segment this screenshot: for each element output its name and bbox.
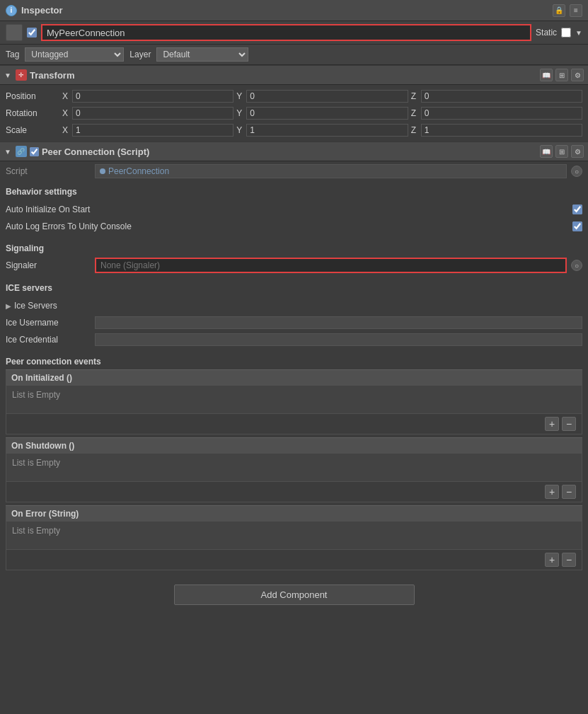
- scale-x-field: X: [62, 124, 234, 137]
- on-initialized-block: On Initialized () List is Empty + −: [6, 369, 582, 434]
- signaling-section: Signaling Signaler ○: [0, 238, 588, 279]
- on-shutdown-add-btn[interactable]: +: [545, 485, 559, 499]
- ice-username-label: Ice Username: [6, 318, 91, 328]
- on-shutdown-remove-btn[interactable]: −: [562, 485, 576, 499]
- transform-title: Transform: [30, 70, 537, 81]
- auto-init-label: Auto Initialize On Start: [6, 205, 572, 214]
- transform-gear-icon[interactable]: ⚙: [571, 69, 584, 81]
- position-row: Position X Y Z: [0, 88, 588, 105]
- on-error-body: List is Empty: [6, 522, 582, 550]
- pos-y-label: Y: [236, 91, 245, 101]
- static-dropdown-arrow[interactable]: ▼: [575, 29, 582, 37]
- object-active-checkbox[interactable]: [27, 28, 37, 38]
- auto-init-checkbox[interactable]: [572, 205, 582, 214]
- auto-init-row: Auto Initialize On Start: [6, 201, 582, 218]
- on-error-add-btn[interactable]: +: [545, 553, 559, 567]
- rot-x-label: X: [62, 108, 71, 118]
- inspector-icon: i: [6, 5, 17, 16]
- scale-z-input[interactable]: [421, 124, 582, 137]
- on-shutdown-header: On Shutdown (): [6, 437, 582, 454]
- events-section: Peer connection events On Initialized ()…: [0, 352, 588, 570]
- transform-grid-icon[interactable]: ⊞: [555, 69, 568, 81]
- rotation-y-input[interactable]: [246, 107, 408, 120]
- auto-log-checkbox[interactable]: [572, 221, 582, 231]
- ice-servers-row: ▶ Ice Servers: [6, 297, 582, 314]
- rotation-y-field: Y: [236, 107, 408, 120]
- layer-label: Layer: [129, 50, 151, 59]
- ice-section: ICE servers ▶ Ice Servers Ice Username I…: [0, 279, 588, 352]
- peerconn-gear-icon[interactable]: ⚙: [571, 145, 584, 158]
- auto-log-label: Auto Log Errors To Unity Console: [6, 221, 572, 231]
- ice-servers-triangle[interactable]: ▶: [6, 302, 11, 310]
- ice-credential-label: Ice Credential: [6, 335, 91, 345]
- peerconn-grid-icon[interactable]: ⊞: [555, 145, 568, 158]
- script-select-btn[interactable]: ○: [571, 166, 582, 177]
- add-component-area: Add Component: [0, 573, 588, 616]
- transform-book-icon[interactable]: 📖: [540, 69, 553, 81]
- on-initialized-add-btn[interactable]: +: [545, 417, 559, 431]
- rotation-z-input[interactable]: [421, 107, 582, 120]
- peerconn-section-header[interactable]: ▼ 🔗 Peer Connection (Script) 📖 ⊞ ⚙: [0, 142, 588, 161]
- signaling-title: Signaling: [6, 243, 582, 253]
- object-icon: [6, 24, 23, 41]
- pos-x-label: X: [62, 91, 71, 101]
- tag-layer-row: Tag Untagged Layer Default: [0, 45, 588, 65]
- object-name-input[interactable]: [41, 24, 531, 41]
- scale-y-input[interactable]: [246, 124, 408, 137]
- auto-log-row: Auto Log Errors To Unity Console: [6, 218, 582, 235]
- transform-arrow: ▼: [4, 71, 11, 79]
- static-label: Static: [536, 28, 557, 38]
- on-shutdown-block: On Shutdown () List is Empty + −: [6, 437, 582, 502]
- transform-icon: ✛: [16, 69, 27, 81]
- lock-icon[interactable]: 🔒: [553, 4, 565, 17]
- rot-y-label: Y: [236, 108, 245, 118]
- position-x-input[interactable]: [72, 90, 234, 103]
- position-x-field: X: [62, 90, 234, 103]
- header-icons: 🔒 ≡: [553, 4, 582, 17]
- tag-select[interactable]: Untagged: [25, 47, 124, 62]
- ice-credential-row: Ice Credential: [6, 331, 582, 348]
- on-error-empty: List is Empty: [12, 526, 60, 536]
- on-initialized-remove-btn[interactable]: −: [562, 417, 576, 431]
- position-z-input[interactable]: [421, 90, 582, 103]
- position-y-input[interactable]: [246, 90, 408, 103]
- scale-x-input[interactable]: [72, 124, 234, 137]
- static-checkbox[interactable]: [561, 28, 571, 38]
- layer-select[interactable]: Default: [156, 47, 248, 62]
- transform-section-btns: 📖 ⊞ ⚙: [540, 69, 584, 81]
- on-error-label: On Error (String): [11, 509, 79, 519]
- script-row: Script PeerConnection ○: [0, 161, 588, 181]
- inspector-title: Inspector: [21, 5, 553, 16]
- on-error-remove-btn[interactable]: −: [562, 553, 576, 567]
- peerconn-book-icon[interactable]: 📖: [540, 145, 553, 158]
- ice-username-input[interactable]: [95, 316, 582, 329]
- on-error-header: On Error (String): [6, 505, 582, 522]
- rotation-label: Rotation: [6, 108, 62, 118]
- scale-y-field: Y: [236, 124, 408, 137]
- signaler-input[interactable]: [95, 258, 567, 273]
- events-title: Peer connection events: [6, 357, 582, 367]
- scale-label: Scale: [6, 125, 62, 135]
- add-component-button[interactable]: Add Component: [174, 585, 415, 605]
- behavior-title: Behavior settings: [6, 187, 582, 197]
- signaler-select-btn[interactable]: ○: [571, 260, 582, 271]
- transform-section-header[interactable]: ▼ ✛ Transform 📖 ⊞ ⚙: [0, 65, 588, 85]
- on-initialized-label: On Initialized (): [11, 373, 72, 383]
- peerconn-active-checkbox[interactable]: [30, 147, 39, 156]
- on-initialized-footer: + −: [6, 414, 582, 434]
- position-label: Position: [6, 91, 62, 101]
- pos-z-label: Z: [411, 91, 420, 101]
- menu-icon[interactable]: ≡: [570, 4, 582, 17]
- on-initialized-body: List is Empty: [6, 386, 582, 414]
- peerconn-title: Peer Connection (Script): [42, 146, 537, 157]
- behavior-section: Behavior settings Auto Initialize On Sta…: [0, 181, 588, 238]
- signaling-row: Signaler ○: [6, 258, 582, 273]
- rot-z-label: Z: [411, 108, 420, 118]
- ice-credential-input[interactable]: [95, 333, 582, 346]
- rotation-x-input[interactable]: [72, 107, 234, 120]
- rotation-row: Rotation X Y Z: [0, 105, 588, 122]
- script-section: Script PeerConnection ○ Behavior setting…: [0, 161, 588, 573]
- position-fields: X Y Z: [62, 90, 582, 103]
- scale-z-label: Z: [411, 125, 420, 135]
- position-y-field: Y: [236, 90, 408, 103]
